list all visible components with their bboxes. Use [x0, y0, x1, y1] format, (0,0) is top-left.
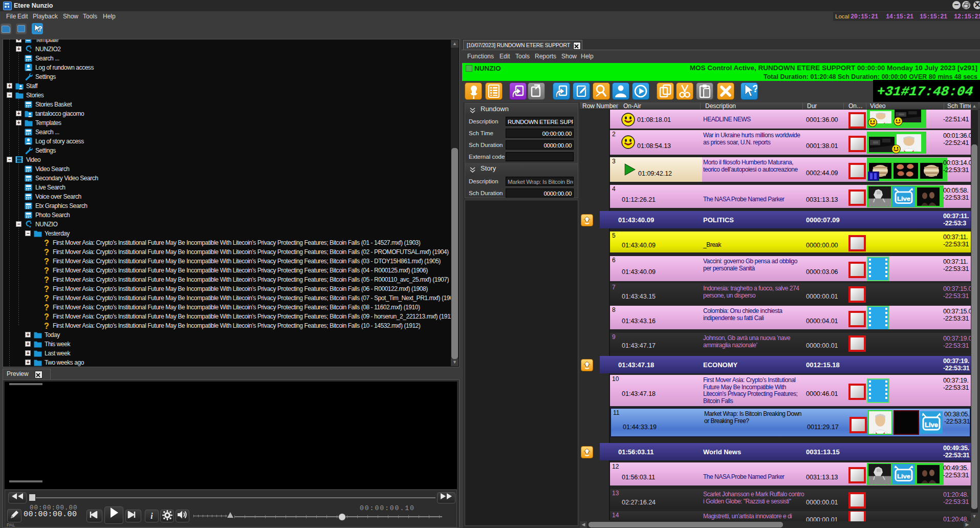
svg-text:?: ?	[38, 25, 42, 33]
svg-text:Live: Live	[897, 196, 910, 202]
svg-text:Live: Live	[925, 421, 938, 429]
svg-text:Live: Live	[897, 473, 910, 480]
svg-text:?: ?	[752, 83, 757, 94]
